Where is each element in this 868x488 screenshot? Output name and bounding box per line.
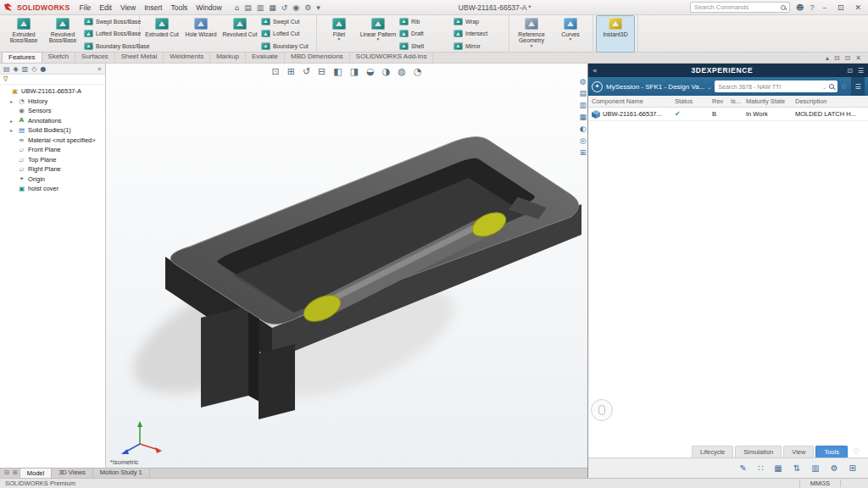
panel-tab[interactable]: Tools: [815, 446, 848, 458]
session-selector[interactable]: MySession - SFK1 - Design Va... ⌄: [606, 83, 711, 91]
tree-item[interactable]: ≡ Material <not specified>: [0, 136, 105, 146]
menu-item[interactable]: Window: [192, 3, 225, 12]
pattern-options-icon[interactable]: ∷: [758, 463, 763, 473]
ribbon-button[interactable]: Boundary Boss/Base: [82, 40, 136, 53]
custom-properties-icon[interactable]: ⊞: [579, 148, 587, 157]
popout-panel-icon[interactable]: ⊡: [847, 67, 853, 75]
tree-item[interactable]: ▱ Right Plane: [0, 164, 105, 175]
ribbon-button[interactable]: Curves ▾: [551, 15, 590, 53]
more-tools-icon[interactable]: ⊞: [849, 463, 856, 473]
command-tab[interactable]: Sheet Metal: [115, 52, 164, 63]
panel-tab[interactable]: View: [783, 446, 814, 458]
3dexperience-compass-icon[interactable]: ✦: [592, 81, 603, 92]
view-orientation-icon[interactable]: ◧: [333, 66, 342, 77]
tree-filter-icon[interactable]: ∇: [3, 75, 8, 83]
table-view-icon[interactable]: ▦: [774, 463, 782, 473]
column-header[interactable]: Status: [675, 97, 712, 105]
collapse-ribbon-icon[interactable]: ▴: [826, 54, 829, 62]
command-tab[interactable]: Weldments: [164, 52, 210, 63]
login-user-icon[interactable]: ☻: [796, 3, 804, 12]
save-session-icon[interactable]: ▥: [811, 463, 819, 473]
ribbon-button[interactable]: Extruded Cut: [142, 15, 181, 53]
expand-arrow-icon[interactable]: ▸: [10, 127, 15, 133]
panel-tab[interactable]: Simulation: [735, 446, 782, 458]
tree-item[interactable]: ▸ ◔ History: [0, 97, 105, 107]
expand-tabs-icon[interactable]: »: [97, 65, 102, 73]
search-scope-caret-icon[interactable]: ⌄: [822, 84, 826, 90]
menu-item[interactable]: Insert: [140, 3, 166, 12]
settings-gear-icon[interactable]: ⚙: [831, 463, 838, 473]
command-search-box[interactable]: Search Commands: [690, 2, 790, 13]
ribbon-button[interactable]: Swept Boss/Base: [82, 15, 136, 28]
window-close-button[interactable]: ✕: [852, 3, 864, 12]
more-commands-icon[interactable]: ▾: [316, 1, 320, 14]
configurationmanager-tab-icon[interactable]: ▥: [22, 65, 29, 73]
units-selector[interactable]: MMGS: [799, 480, 841, 487]
3dexperience-tab-icon[interactable]: ◍: [579, 77, 587, 86]
column-header[interactable]: Maturity State: [746, 97, 795, 105]
split-horizontal-icon[interactable]: ⊟: [3, 469, 11, 478]
panel-tab[interactable]: Lifecycle: [692, 446, 733, 458]
view-tab[interactable]: Motion Study 1: [93, 468, 150, 478]
window-minimize-button[interactable]: –: [820, 3, 829, 12]
command-tab[interactable]: MBD Dimensions: [285, 52, 350, 63]
ribbon-button[interactable]: Instant3D: [596, 15, 635, 53]
ribbon-button[interactable]: Rib: [398, 15, 452, 28]
column-header[interactable]: Rev: [712, 97, 731, 105]
tree-item[interactable]: ▸ A Annotations: [0, 116, 105, 126]
ribbon-button[interactable]: Reference Geometry ▾: [512, 15, 551, 53]
tree-item[interactable]: ▱ Front Plane: [0, 145, 105, 155]
dimxpertmanager-tab-icon[interactable]: ◇: [31, 65, 36, 73]
ribbon-button[interactable]: Draft: [398, 28, 452, 41]
view-tab[interactable]: 3D Views: [52, 468, 93, 478]
ribbon-button[interactable]: Linear Pattern ▾: [359, 15, 398, 53]
undo-icon[interactable]: ↺: [281, 1, 288, 14]
displaymanager-tab-icon[interactable]: ●: [40, 65, 46, 73]
split-vertical-icon[interactable]: ⊞: [11, 469, 19, 478]
apply-scene-icon[interactable]: ◍: [398, 66, 406, 77]
tree-item[interactable]: ◉ Sensors: [0, 106, 105, 116]
ribbon-button[interactable]: Intersect: [452, 28, 506, 41]
column-header[interactable]: Component Name: [592, 97, 675, 105]
ribbon-button[interactable]: Swept Cut: [259, 15, 314, 28]
expand-arrow-icon[interactable]: ▸: [10, 98, 15, 104]
command-tab[interactable]: Features: [2, 52, 42, 63]
print-icon[interactable]: ▦: [269, 1, 276, 14]
display-style-icon[interactable]: ◨: [350, 66, 359, 77]
component-row[interactable]: UBW-21161-66537... ✔ B In Work MOLDED LA…: [588, 108, 868, 121]
search-icon[interactable]: [829, 84, 834, 89]
ribbon-button[interactable]: Shell: [398, 40, 452, 53]
file-explorer-icon[interactable]: ▥: [579, 101, 587, 109]
favorites-heart-icon[interactable]: ♡: [849, 446, 863, 458]
panel-menu-icon[interactable]: ☰: [858, 67, 864, 75]
ribbon-button[interactable]: Boundary Cut: [259, 40, 314, 53]
tree-item[interactable]: ⌖ Origin: [0, 175, 105, 185]
ribbon-button[interactable]: Revolved Boss/Base: [43, 15, 82, 53]
column-header[interactable]: Description: [795, 97, 865, 105]
doc-minimize-button[interactable]: ⊟: [834, 54, 840, 62]
scene-props-icon[interactable]: ◎: [579, 136, 587, 145]
featuremanager-tab-icon[interactable]: ▤: [3, 65, 10, 73]
help-icon[interactable]: ?: [810, 3, 814, 12]
platform-search-box[interactable]: Search 3678 - NAM TTI ⌄: [715, 80, 837, 92]
menu-item[interactable]: Edit: [95, 3, 116, 12]
3d-model-part[interactable]: [106, 64, 587, 468]
expand-arrow-icon[interactable]: ▸: [10, 118, 15, 124]
ribbon-button[interactable]: Hole Wizard: [181, 15, 220, 53]
ribbon-button[interactable]: Revolved Cut: [220, 15, 259, 53]
tree-item[interactable]: ▱ Top Plane: [0, 155, 105, 165]
view-palette-icon[interactable]: ▦: [579, 113, 587, 121]
ribbon-button[interactable]: Wrap: [452, 15, 506, 28]
save-icon[interactable]: ▥: [257, 1, 264, 14]
ribbon-button[interactable]: Mirror: [452, 40, 506, 53]
column-header[interactable]: Is...: [731, 97, 746, 105]
edit-component-icon[interactable]: ✎: [740, 463, 747, 473]
session-menu-icon[interactable]: ☰: [851, 77, 865, 96]
menu-item[interactable]: Tools: [166, 3, 192, 12]
edit-appearance-icon[interactable]: ◑: [382, 66, 391, 77]
assistant-button[interactable]: [591, 399, 613, 421]
home-icon[interactable]: ⌂: [235, 1, 240, 14]
import-export-icon[interactable]: ⇅: [793, 463, 800, 473]
options-icon[interactable]: ⚙: [304, 1, 311, 14]
ribbon-button[interactable]: Fillet ▾: [320, 15, 359, 53]
